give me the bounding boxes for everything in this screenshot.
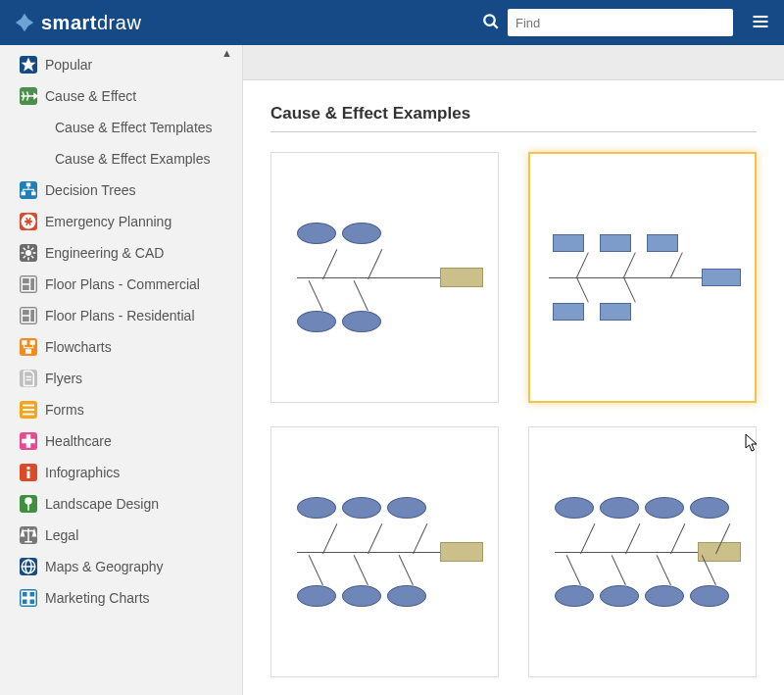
template-card-cause-effect-boxes[interactable] — [528, 152, 757, 403]
sidebar-item-label: Marketing Charts — [45, 590, 150, 606]
sidebar-item-decision-trees[interactable]: Decision Trees — [0, 174, 242, 206]
app-header: smartdraw — [0, 0, 784, 45]
template-thumbnail — [287, 493, 483, 611]
brand-mark-icon — [14, 12, 35, 33]
svg-rect-40 — [25, 349, 31, 354]
gear-icon — [20, 244, 37, 262]
sidebar-item-floor-plans-commercial[interactable]: Floor Plans - Commercial — [0, 269, 242, 300]
sidebar-item-legal[interactable]: Legal — [0, 520, 242, 551]
svg-line-30 — [31, 248, 33, 250]
sidebar-item-label: Popular — [45, 57, 92, 73]
template-thumbnail — [545, 493, 741, 611]
svg-line-5 — [493, 24, 498, 28]
svg-rect-49 — [27, 472, 30, 479]
sidebar-item-label: Landscape Design — [45, 496, 159, 512]
svg-rect-48 — [27, 467, 30, 470]
sidebar-item-flowcharts[interactable]: Flowcharts — [0, 331, 242, 363]
sidebar-item-label: Flowcharts — [45, 339, 112, 355]
sidebar-item-popular[interactable]: Popular — [0, 49, 242, 80]
template-thumbnail — [545, 219, 741, 336]
template-grid — [270, 152, 757, 677]
sidebar-item-label: Flyers — [45, 371, 82, 386]
svg-rect-47 — [22, 439, 35, 444]
flowchart-icon — [20, 338, 37, 356]
sidebar-item-landscape-design[interactable]: Landscape Design — [0, 488, 242, 520]
sidebar-item-engineering-cad[interactable]: Engineering & CAD — [0, 237, 242, 269]
grid-icon — [20, 589, 37, 607]
sidebar-item-flyers[interactable]: Flyers — [0, 363, 242, 394]
page-icon — [20, 370, 37, 387]
svg-line-29 — [31, 256, 33, 258]
floorplan-icon — [20, 275, 37, 293]
sidebar-item-maps-geography[interactable]: Maps & Geography — [0, 551, 242, 582]
globe-icon — [20, 558, 37, 575]
landscape-icon — [20, 495, 37, 513]
sidebar-item-label: Maps & Geography — [45, 559, 164, 574]
sidebar-item-label: Cause & Effect — [45, 88, 136, 104]
svg-rect-61 — [29, 599, 35, 605]
template-card-cause-effect-ovals-3[interactable] — [528, 426, 757, 677]
sidebar-item-marketing-charts[interactable]: Marketing Charts — [0, 582, 242, 614]
sidebar-item-cause-effect[interactable]: Cause & Effect — [0, 80, 242, 112]
medical-icon — [20, 432, 37, 450]
collapse-caret-icon[interactable]: ▲ — [221, 47, 232, 59]
tree-icon — [20, 181, 37, 199]
star-icon — [20, 56, 37, 74]
svg-rect-16 — [26, 183, 31, 187]
svg-rect-17 — [22, 192, 26, 196]
sidebar-item-label: Legal — [45, 527, 78, 543]
sidebar-subitem-cause-effect-examples[interactable]: Cause & Effect Examples — [0, 143, 242, 174]
alert-icon — [20, 213, 37, 230]
brand-text: smartdraw — [41, 12, 141, 34]
sidebar-item-label: Floor Plans - Residential — [45, 308, 195, 323]
svg-rect-60 — [22, 599, 27, 605]
svg-point-23 — [25, 250, 31, 256]
search-input[interactable] — [508, 9, 733, 36]
svg-marker-9 — [22, 58, 36, 72]
svg-point-4 — [484, 15, 495, 25]
sidebar-item-healthcare[interactable]: Healthcare — [0, 425, 242, 457]
sidebar-item-label: Floor Plans - Commercial — [45, 276, 200, 292]
main-ribbon — [243, 45, 784, 80]
svg-marker-15 — [34, 94, 37, 99]
form-icon — [20, 401, 37, 419]
brand-logo: smartdraw — [14, 12, 141, 34]
svg-rect-39 — [30, 340, 35, 345]
sidebar-item-label: Forms — [45, 402, 84, 418]
sidebar-item-floor-plans-residential[interactable]: Floor Plans - Residential — [0, 300, 242, 331]
sidebar-item-label: Engineering & CAD — [45, 245, 164, 261]
svg-point-50 — [24, 497, 32, 505]
main-area: Cause & Effect Examples — [243, 45, 784, 695]
sidebar-item-emergency-planning[interactable]: Emergency Planning — [0, 206, 242, 237]
svg-rect-59 — [29, 591, 35, 597]
search-area — [482, 9, 733, 36]
main-content: Cause & Effect Examples — [243, 80, 784, 695]
svg-line-31 — [24, 256, 25, 258]
scales-icon — [20, 526, 37, 544]
sidebar-item-label: Healthcare — [45, 433, 112, 449]
template-card-cause-effect-ovals-2[interactable] — [270, 426, 499, 677]
category-sidebar: ▲ PopularCause & EffectCause & Effect Te… — [0, 45, 243, 695]
sidebar-item-infographics[interactable]: Infographics — [0, 457, 242, 488]
sidebar-item-label: Emergency Planning — [45, 214, 172, 229]
template-thumbnail — [287, 219, 483, 336]
sidebar-item-label: Infographics — [45, 465, 120, 480]
sidebar-subitem-cause-effect-templates[interactable]: Cause & Effect Templates — [0, 112, 242, 143]
section-title: Cause & Effect Examples — [270, 104, 757, 132]
sidebar-item-forms[interactable]: Forms — [0, 394, 242, 425]
svg-rect-38 — [22, 340, 26, 345]
info-icon — [20, 464, 37, 481]
svg-line-28 — [24, 248, 25, 250]
svg-rect-18 — [31, 192, 36, 196]
fishbone-icon — [20, 87, 37, 105]
template-card-cause-effect-ovals-1[interactable] — [270, 152, 499, 403]
search-icon[interactable] — [482, 13, 500, 33]
floorplan-icon — [20, 307, 37, 324]
svg-rect-51 — [27, 504, 29, 511]
svg-rect-58 — [22, 591, 27, 597]
sidebar-item-label: Decision Trees — [45, 182, 136, 198]
hamburger-menu-icon[interactable] — [751, 12, 770, 34]
